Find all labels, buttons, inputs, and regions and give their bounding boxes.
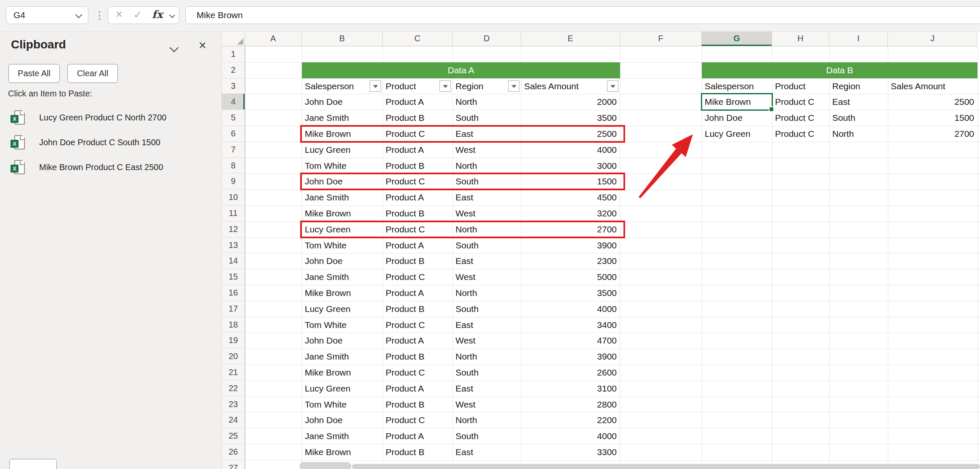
cell-B10[interactable]: Jane Smith [302, 189, 383, 205]
column-header-D[interactable]: D [453, 31, 521, 46]
column-header-E[interactable]: E [521, 31, 620, 46]
cell-I4[interactable]: East [829, 94, 888, 110]
filter-dropdown-button[interactable] [370, 80, 381, 92]
enter-icon[interactable]: ✓ [133, 9, 142, 21]
row-header-15[interactable]: 15 [222, 269, 245, 285]
cell-E22[interactable]: 3100 [521, 381, 620, 397]
cell-E17[interactable]: 4000 [521, 301, 620, 317]
cell-B15[interactable]: Jane Smith [302, 269, 383, 285]
pane-chevron-down-icon[interactable] [170, 43, 178, 52]
fill-handle[interactable] [769, 107, 774, 112]
cell-H4[interactable]: Product C [772, 94, 829, 110]
cell-D26[interactable]: East [453, 444, 521, 460]
row-header-8[interactable]: 8 [222, 158, 245, 174]
insert-function-icon[interactable]: fx [152, 8, 163, 21]
row-header-5[interactable]: 5 [222, 110, 245, 126]
cell-B18[interactable]: Tom White [302, 317, 383, 333]
row-header-20[interactable]: 20 [222, 349, 245, 365]
row-header-27[interactable]: 27 [222, 460, 245, 469]
row-header-22[interactable]: 22 [222, 381, 245, 397]
cell-C16[interactable]: Product A [383, 285, 453, 301]
cell-C10[interactable]: Product A [383, 189, 453, 205]
cell-C13[interactable]: Product A [383, 237, 453, 253]
column-header-F[interactable]: F [620, 31, 702, 46]
cell-B22[interactable]: Lucy Green [302, 381, 383, 397]
cell-E4[interactable]: 2000 [521, 94, 620, 110]
cell-E23[interactable]: 2800 [521, 397, 620, 413]
row-header-1[interactable]: 1 [222, 46, 245, 62]
cell-D23[interactable]: West [453, 397, 521, 413]
cell-E16[interactable]: 3500 [521, 285, 620, 301]
column-header-H[interactable]: H [772, 31, 829, 46]
column-header-B[interactable]: B [302, 31, 383, 46]
table-a-header-C3[interactable]: Product [383, 78, 438, 94]
cell-D22[interactable]: East [453, 381, 521, 397]
cell-C18[interactable]: Product C [383, 317, 453, 333]
row-header-6[interactable]: 6 [222, 126, 245, 142]
filter-dropdown-button[interactable] [439, 80, 451, 92]
cell-D15[interactable]: West [453, 269, 521, 285]
cell-B20[interactable]: Jane Smith [302, 349, 383, 365]
cell-C24[interactable]: Product C [383, 412, 453, 428]
cell-B24[interactable]: John Doe [302, 412, 383, 428]
cell-E15[interactable]: 5000 [521, 269, 620, 285]
cell-G6[interactable]: Lucy Green [702, 126, 772, 142]
horizontal-scrollbar-track[interactable] [352, 464, 980, 469]
cell-D13[interactable]: South [453, 237, 521, 253]
cell-D16[interactable]: North [453, 285, 521, 301]
row-header-24[interactable]: 24 [222, 412, 245, 428]
column-header-G[interactable]: G [702, 31, 772, 46]
cell-B21[interactable]: Mike Brown [302, 365, 383, 381]
row-header-3[interactable]: 3 [222, 78, 245, 94]
row-header-13[interactable]: 13 [222, 237, 245, 253]
cell-C26[interactable]: Product B [383, 444, 453, 460]
cancel-icon[interactable]: × [116, 8, 122, 21]
cell-B26[interactable]: Mike Brown [302, 444, 383, 460]
cell-C14[interactable]: Product B [383, 253, 453, 269]
clipboard-item[interactable]: XJohn Doe Product C South 1500 [0, 131, 222, 156]
cell-E13[interactable]: 3900 [521, 237, 620, 253]
cell-J5[interactable]: 1500 [888, 110, 977, 126]
paste-all-button[interactable]: Paste All [8, 64, 60, 83]
row-header-17[interactable]: 17 [222, 301, 245, 317]
cell-D18[interactable]: East [453, 317, 521, 333]
table-b-header-H3[interactable]: Product [772, 78, 829, 94]
cell-B16[interactable]: Mike Brown [302, 285, 383, 301]
cell-E14[interactable]: 2300 [521, 253, 620, 269]
column-header-J[interactable]: J [888, 31, 977, 46]
clear-all-button[interactable]: Clear All [67, 64, 118, 83]
row-header-16[interactable]: 16 [222, 285, 245, 301]
row-header-10[interactable]: 10 [222, 189, 245, 205]
table-a-header-E3[interactable]: Sales Amount [521, 78, 606, 94]
pane-close-icon[interactable]: × [199, 38, 206, 53]
row-header-11[interactable]: 11 [222, 205, 245, 221]
cell-D7[interactable]: West [453, 142, 521, 158]
cell-B5[interactable]: Jane Smith [302, 110, 383, 126]
cell-B13[interactable]: Tom White [302, 237, 383, 253]
cell-C23[interactable]: Product B [383, 397, 453, 413]
cell-C25[interactable]: Product A [383, 428, 453, 444]
formula-bar[interactable]: Mike Brown [185, 6, 980, 24]
table-a-title-cell[interactable]: Data A [302, 62, 620, 78]
cell-C21[interactable]: Product C [383, 365, 453, 381]
cell-B14[interactable]: John Doe [302, 253, 383, 269]
cell-C5[interactable]: Product B [383, 110, 453, 126]
clipboard-item[interactable]: XMike Brown Product C East 2500 [0, 156, 222, 181]
cell-C8[interactable]: Product B [383, 158, 453, 174]
filter-dropdown-button[interactable] [607, 80, 618, 92]
cell-D19[interactable]: West [453, 333, 521, 349]
cell-E7[interactable]: 4000 [521, 142, 620, 158]
column-header-I[interactable]: I [829, 31, 888, 46]
table-b-header-I3[interactable]: Region [829, 78, 888, 94]
select-all-corner[interactable] [222, 31, 245, 46]
horizontal-scrollbar-button[interactable] [300, 462, 351, 469]
table-b-title-cell[interactable]: Data B [702, 62, 977, 78]
cell-D17[interactable]: South [453, 301, 521, 317]
cell-C15[interactable]: Product C [383, 269, 453, 285]
cell-E19[interactable]: 4700 [521, 333, 620, 349]
cell-D21[interactable]: South [453, 365, 521, 381]
row-header-26[interactable]: 26 [222, 444, 245, 460]
cell-J4[interactable]: 2500 [888, 94, 977, 110]
cell-B11[interactable]: Mike Brown [302, 205, 383, 221]
cell-C22[interactable]: Product A [383, 381, 453, 397]
